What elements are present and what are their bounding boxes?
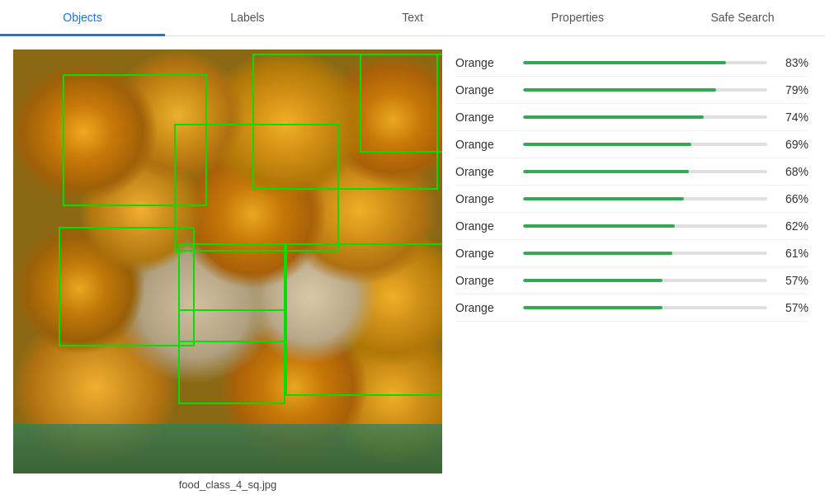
image-panel: food_class_4_sq.jpg bbox=[13, 49, 442, 491]
result-label: Orange bbox=[455, 83, 513, 97]
result-bar bbox=[523, 224, 675, 228]
result-label: Orange bbox=[455, 274, 513, 287]
result-label: Orange bbox=[455, 192, 513, 205]
result-bar bbox=[523, 143, 691, 146]
result-bar-container bbox=[523, 252, 767, 255]
result-label: Orange bbox=[455, 111, 513, 124]
result-item: Orange61% bbox=[455, 240, 808, 267]
result-item: Orange79% bbox=[455, 77, 808, 104]
result-bar-container bbox=[523, 88, 767, 92]
result-bar bbox=[523, 197, 684, 200]
detection-box-0 bbox=[252, 54, 438, 190]
detection-boxes-layer bbox=[13, 49, 442, 473]
tab-bar: Objects Labels Text Properties Safe Sear… bbox=[0, 0, 825, 36]
result-label: Orange bbox=[455, 301, 513, 314]
result-item: Orange68% bbox=[455, 158, 808, 186]
result-bar-container bbox=[523, 224, 767, 228]
detection-box-2 bbox=[63, 74, 207, 206]
main-content: food_class_4_sq.jpg Orange83%Orange79%Or… bbox=[0, 36, 825, 504]
result-percent: 74% bbox=[777, 111, 808, 124]
detection-box-7 bbox=[178, 309, 285, 404]
tab-objects[interactable]: Objects bbox=[0, 0, 165, 36]
fruit-image bbox=[13, 49, 442, 473]
result-bar bbox=[523, 170, 689, 173]
tab-properties[interactable]: Properties bbox=[495, 0, 660, 36]
result-percent: 83% bbox=[777, 56, 808, 69]
detection-box-3 bbox=[174, 124, 339, 252]
tab-text[interactable]: Text bbox=[330, 0, 495, 36]
tab-labels[interactable]: Labels bbox=[165, 0, 330, 36]
result-bar-container bbox=[523, 115, 767, 119]
result-percent: 62% bbox=[777, 219, 808, 233]
result-item: Orange74% bbox=[455, 104, 808, 131]
result-bar-container bbox=[523, 170, 767, 173]
result-item: Orange57% bbox=[455, 294, 808, 322]
detection-box-6 bbox=[285, 243, 442, 396]
result-bar-container bbox=[523, 61, 767, 64]
detection-box-4 bbox=[59, 227, 195, 346]
detection-box-1 bbox=[360, 54, 442, 153]
result-bar-container bbox=[523, 197, 767, 200]
result-bar bbox=[523, 252, 672, 255]
result-bar-container bbox=[523, 279, 767, 282]
result-bar bbox=[523, 306, 662, 309]
image-filename: food_class_4_sq.jpg bbox=[179, 478, 277, 491]
result-bar bbox=[523, 61, 726, 64]
tab-safe-search[interactable]: Safe Search bbox=[660, 0, 825, 36]
result-label: Orange bbox=[455, 138, 513, 151]
image-container bbox=[13, 49, 442, 473]
result-percent: 57% bbox=[777, 274, 808, 287]
result-label: Orange bbox=[455, 165, 513, 178]
result-percent: 61% bbox=[777, 247, 808, 260]
result-item: Orange69% bbox=[455, 131, 808, 158]
result-item: Orange66% bbox=[455, 186, 808, 213]
result-label: Orange bbox=[455, 219, 513, 233]
results-panel[interactable]: Orange83%Orange79%Orange74%Orange69%Oran… bbox=[455, 49, 812, 491]
result-item: Orange57% bbox=[455, 267, 808, 294]
result-label: Orange bbox=[455, 56, 513, 69]
result-bar-container bbox=[523, 143, 767, 146]
result-percent: 57% bbox=[777, 301, 808, 314]
result-percent: 66% bbox=[777, 192, 808, 205]
result-bar bbox=[523, 88, 716, 92]
result-item: Orange62% bbox=[455, 213, 808, 240]
result-percent: 79% bbox=[777, 83, 808, 97]
result-percent: 68% bbox=[777, 165, 808, 178]
result-bar bbox=[523, 279, 662, 282]
result-item: Orange83% bbox=[455, 49, 808, 77]
result-bar-container bbox=[523, 306, 767, 309]
result-percent: 69% bbox=[777, 138, 808, 151]
detection-box-5 bbox=[178, 243, 285, 342]
result-label: Orange bbox=[455, 247, 513, 260]
result-bar bbox=[523, 115, 704, 119]
